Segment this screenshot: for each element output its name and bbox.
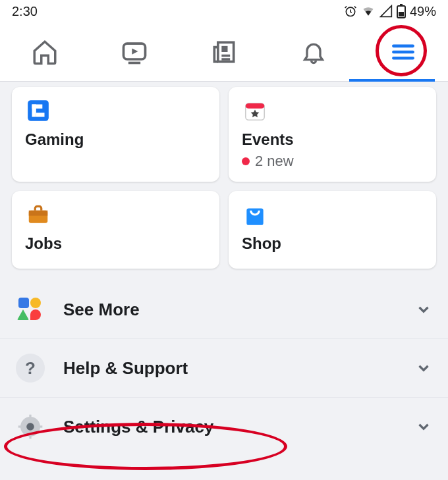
nav-watch[interactable] [115, 32, 154, 72]
svg-rect-14 [246, 209, 263, 225]
chevron-down-icon [415, 301, 432, 318]
svg-rect-13 [29, 211, 48, 216]
active-tab-indicator [349, 79, 435, 82]
chevron-down-icon [415, 360, 432, 377]
home-icon [31, 38, 59, 66]
bell-icon [300, 39, 327, 65]
status-icons: 49% [344, 4, 436, 19]
row-see-more[interactable]: See More [0, 280, 448, 338]
card-subtext: 2 new [242, 153, 423, 170]
nav-news[interactable] [204, 32, 244, 72]
card-shop[interactable]: Shop [229, 191, 436, 269]
row-label: Help & Support [63, 358, 415, 379]
menu-cards: Gaming Events 2 new Jobs Shop [0, 82, 448, 280]
svg-rect-2 [399, 12, 404, 16]
svg-rect-20 [38, 425, 43, 427]
row-label: Settings & Privacy [63, 417, 415, 437]
hamburger-icon [389, 38, 418, 67]
battery-icon [397, 4, 406, 18]
chevron-down-icon [415, 418, 432, 435]
card-label: Gaming [25, 130, 206, 149]
svg-point-16 [26, 423, 34, 431]
svg-rect-11 [246, 103, 265, 109]
nav-menu[interactable] [383, 32, 423, 72]
card-label: Jobs [25, 234, 206, 253]
help-icon: ? [16, 354, 45, 383]
card-events[interactable]: Events 2 new [229, 87, 436, 182]
top-nav [0, 22, 448, 82]
svg-rect-8 [32, 105, 36, 117]
battery-percent: 49% [410, 4, 436, 19]
gear-icon [16, 412, 45, 441]
nav-notifications[interactable] [294, 32, 333, 72]
alarm-icon [344, 5, 357, 18]
events-icon [242, 97, 268, 124]
card-jobs[interactable]: Jobs [12, 191, 219, 269]
card-gaming[interactable]: Gaming [12, 87, 219, 182]
new-dot-icon [242, 157, 250, 165]
wifi-icon [361, 5, 376, 18]
news-icon [210, 38, 238, 67]
svg-rect-9 [36, 113, 45, 117]
svg-rect-19 [18, 425, 23, 427]
status-bar: 2:30 49% [0, 0, 448, 22]
nav-home[interactable] [25, 32, 65, 72]
jobs-icon [25, 201, 51, 228]
svg-rect-6 [28, 100, 49, 121]
svg-rect-3 [400, 4, 403, 6]
clock: 2:30 [12, 4, 38, 19]
gaming-icon [25, 97, 51, 124]
svg-rect-17 [29, 415, 31, 419]
svg-rect-5 [221, 45, 227, 51]
signal-icon [379, 5, 393, 18]
row-help-support[interactable]: ? Help & Support [0, 338, 448, 397]
shop-icon [242, 201, 268, 228]
see-more-icon [16, 295, 45, 324]
svg-rect-18 [29, 435, 31, 439]
row-label: See More [63, 300, 415, 320]
card-label: Events [242, 130, 423, 149]
events-new-count: 2 new [255, 153, 294, 170]
watch-icon [120, 38, 149, 67]
card-label: Shop [242, 234, 423, 253]
row-settings-privacy[interactable]: Settings & Privacy [0, 397, 448, 456]
